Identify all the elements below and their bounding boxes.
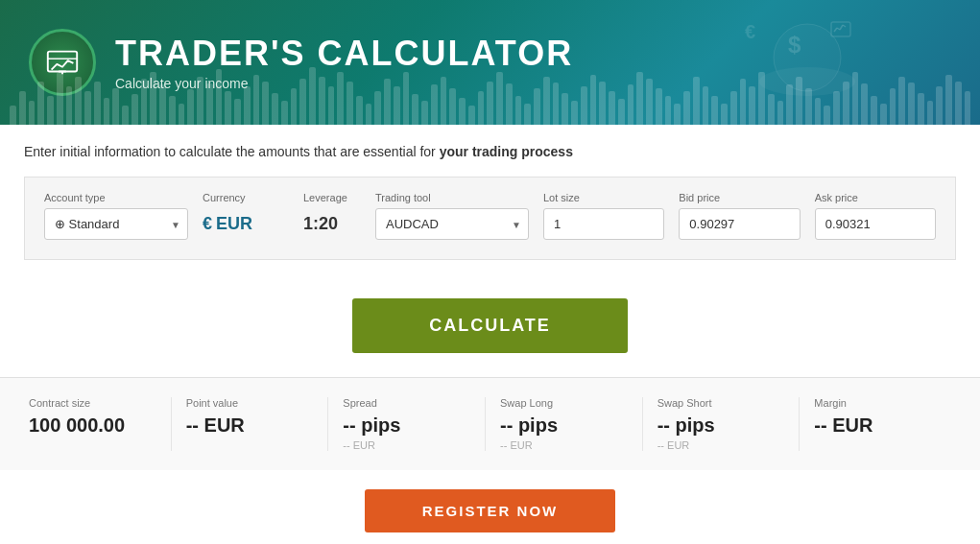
trading-tool-label: Trading tool [375,192,529,203]
swap-long-label: Swap Long [500,397,628,409]
main-content: Enter initial information to calculate t… [0,125,980,274]
svg-line-9 [834,28,837,32]
contract-size-value: 100 000.00 [29,414,156,437]
swap-short-label: Swap Short [657,397,785,409]
register-section: REGISTER NOW [0,470,980,544]
account-type-select-wrapper[interactable]: ⊕ Standard Premium ECN [44,208,188,240]
swap-short-sub: -- EUR [657,439,785,451]
results-section: Contract size 100 000.00 Point value -- … [0,377,980,470]
svg-text:$: $ [788,32,801,58]
contract-size-label: Contract size [29,397,156,409]
point-value-value: -- EUR [186,414,314,437]
currency-group: Currency € EUR [203,192,289,240]
leverage-display: 1:20 [303,208,361,240]
header: TRADER'S CALCULATOR Calculate your incom… [0,0,980,125]
result-contract-size: Contract size 100 000.00 [24,397,172,451]
lot-size-label: Lot size [543,192,664,203]
margin-label: Margin [814,397,942,409]
header-decorative-svg: $ € [682,5,932,120]
ask-price-label: Ask price [815,192,936,203]
form-section: Account type ⊕ Standard Premium ECN Curr… [24,177,956,260]
spread-label: Spread [343,397,470,409]
result-swap-long: Swap Long -- pips -- EUR [486,397,643,451]
point-value-label: Point value [186,397,314,409]
result-spread: Spread -- pips -- EUR [328,397,486,451]
currency-label: Currency [203,192,289,203]
swap-long-value: -- pips [500,414,628,437]
account-type-select[interactable]: ⊕ Standard Premium ECN [44,208,188,240]
leverage-group: Leverage 1:20 [303,192,361,240]
trading-tool-select-wrapper[interactable]: AUDCAD EURUSD GBPUSD USDJPY AUDUSD [375,208,529,240]
leverage-label: Leverage [303,192,361,203]
bid-price-input[interactable] [679,208,800,240]
svg-line-12 [843,25,846,27]
calculate-button[interactable]: CALCULATE [352,298,628,353]
ask-price-input[interactable] [815,208,936,240]
register-button[interactable]: REGISTER NOW [365,489,616,532]
bid-price-label: Bid price [679,192,800,203]
lot-size-group: Lot size [543,192,664,240]
spread-value: -- pips [343,414,470,437]
account-type-label: Account type [44,192,188,203]
svg-text:€: € [745,21,755,42]
header-visual: $ € [663,0,951,125]
swap-short-value: -- pips [657,414,785,437]
spread-sub: -- EUR [343,439,470,451]
result-point-value: Point value -- EUR [172,397,329,451]
intro-text: Enter initial information to calculate t… [24,144,956,159]
trading-tool-group: Trading tool AUDCAD EURUSD GBPUSD USDJPY… [375,192,529,240]
currency-code: EUR [216,214,252,234]
result-swap-short: Swap Short -- pips -- EUR [643,397,801,451]
svg-line-11 [840,25,843,30]
margin-value: -- EUR [814,414,942,437]
lot-size-input[interactable] [543,208,664,240]
result-margin: Margin -- EUR [800,397,956,451]
ask-price-group: Ask price [815,192,936,240]
bid-price-group: Bid price [679,192,800,240]
currency-symbol: € [203,214,212,234]
calculate-section: CALCULATE [0,274,980,377]
swap-long-sub: -- EUR [500,439,628,451]
trading-tool-select[interactable]: AUDCAD EURUSD GBPUSD USDJPY AUDUSD [375,208,529,240]
account-type-group: Account type ⊕ Standard Premium ECN [44,192,188,240]
currency-display: € EUR [203,208,289,240]
form-row: Account type ⊕ Standard Premium ECN Curr… [44,192,936,240]
